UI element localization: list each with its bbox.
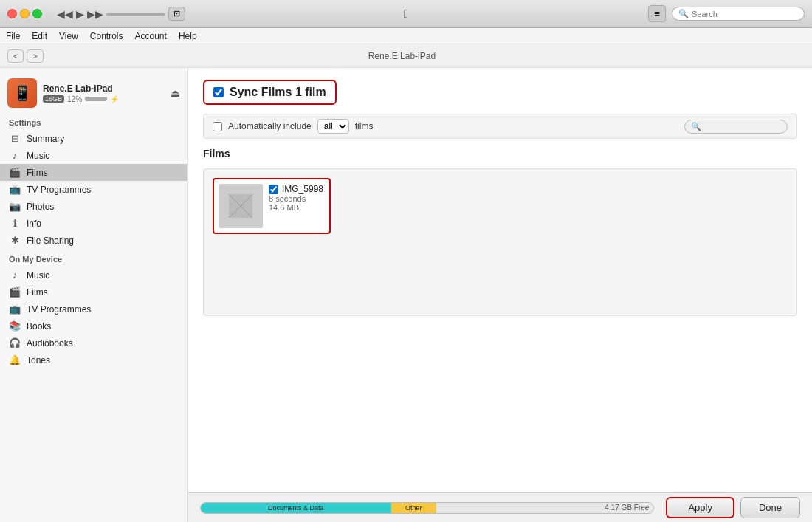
storage-bar-mini [85,97,107,101]
sidebar: 📱 Rene.E Lab-iPad 16GB 12% ⚡ ⏏ Settings … [0,68,188,522]
settings-section-label: Settings [0,112,187,130]
films-grid: IMG_5998 8 seconds 14.6 MB [203,168,797,316]
film-thumbnail [219,184,263,228]
storage-badge: 16GB [43,95,64,103]
menu-help[interactable]: Help [179,31,197,41]
auto-include-select[interactable]: all [317,119,349,134]
films-section-label: Films [203,148,797,159]
maximize-button[interactable] [32,9,42,18]
main-layout: 📱 Rene.E Lab-iPad 16GB 12% ⚡ ⏏ Settings … [0,68,812,522]
storage-free-segment: 4.17 GB Free [436,503,653,513]
auto-include-checkbox[interactable] [213,122,222,131]
forward-button[interactable]: > [27,49,43,63]
close-button[interactable] [7,9,17,18]
sidebar-item-tv[interactable]: 📺 TV Programmes [0,181,187,198]
film-details: IMG_5998 8 seconds 14.6 MB [269,184,325,212]
window-controls: ◀◀ ▶ ▶▶ ⊡ [7,7,185,21]
device-header: 📱 Rene.E Lab-iPad 16GB 12% ⚡ ⏏ [0,74,187,112]
sidebar-item-label-filesharing: File Sharing [27,236,74,246]
sidebar-item-books[interactable]: 📚 Books [0,317,187,334]
device-name: Rene.E Lab-iPad [368,51,436,61]
sidebar-item-photos[interactable]: 📷 Photos [0,198,187,215]
books-icon: 📚 [9,320,21,332]
menu-account[interactable]: Account [135,31,167,41]
device-title-bar: < > Rene.E Lab-iPad [0,44,812,68]
title-bar: ◀◀ ▶ ▶▶ ⊡  ≡ 🔍 [0,0,812,28]
sidebar-item-summary[interactable]: ⊟ Summary [0,130,187,147]
sidebar-item-label-tones: Tones [27,355,50,365]
films2-icon: 🎬 [9,286,21,298]
sidebar-item-label-info: Info [27,219,41,229]
sidebar-item-tones[interactable]: 🔔 Tones [0,351,187,368]
films-search-input[interactable] [704,122,781,131]
storage-other-segment: Other [391,503,436,513]
bottom-bar: Documents & Data Other 4.17 GB Free Appl… [188,492,812,522]
sidebar-item-label-music2: Music [27,270,49,281]
tv-icon: 📺 [9,184,21,195]
menu-controls[interactable]: Controls [90,31,123,41]
sync-header: Sync Films 1 film [203,80,337,105]
fast-forward-button[interactable]: ▶▶ [87,8,103,20]
music2-icon: ♪ [9,269,21,281]
device-icon: 📱 [7,78,37,108]
film-thumbnail-icon [226,191,255,221]
sidebar-item-tv2[interactable]: 📺 TV Programmes [0,301,187,317]
summary-icon: ⊟ [9,133,21,144]
auto-include-label: Automatically include [228,121,312,131]
docs-label: Documents & Data [268,504,324,512]
sidebar-item-label-audiobooks: Audiobooks [27,338,73,348]
nav-arrows: < > [7,49,44,63]
films-search-bar: 🔍 [684,120,788,134]
sync-checkbox[interactable] [213,87,224,97]
sidebar-item-label-books: Books [27,321,51,332]
film-size: 14.6 MB [269,203,325,212]
sidebar-item-films[interactable]: 🎬 Films [0,164,187,181]
charge-icon: ⚡ [110,95,119,103]
tv2-icon: 📺 [9,303,21,315]
menu-edit[interactable]: Edit [32,31,47,41]
search-input[interactable] [692,10,798,18]
content-area: Sync Films 1 film Automatically include … [188,68,812,522]
onmydevice-section-label: On My Device [0,249,187,267]
sync-label: Sync Films 1 film [230,86,326,99]
storage-bar: Documents & Data Other 4.17 GB Free [200,502,654,514]
sidebar-item-films2[interactable]: 🎬 Films [0,284,187,301]
action-buttons: Apply Done [666,497,800,518]
menu-file[interactable]: File [6,31,20,41]
free-space-text: 4.17 GB Free [605,504,649,512]
eject-button[interactable]: ⏏ [171,87,180,99]
sidebar-item-label-music: Music [27,151,49,161]
rewind-button[interactable]: ◀◀ [57,8,73,20]
auto-include-suffix: films [355,121,374,131]
right-controls: ≡ 🔍 [648,5,805,22]
apply-button[interactable]: Apply [666,497,734,518]
menu-bar: File Edit View Controls Account Help [0,28,812,44]
menu-view[interactable]: View [59,31,78,41]
sidebar-item-info[interactable]: ℹ Info [0,215,187,232]
sidebar-item-label-tv: TV Programmes [27,185,91,195]
sidebar-item-music2[interactable]: ♪ Music [0,267,187,284]
film-item: IMG_5998 8 seconds 14.6 MB [213,178,331,234]
airplay-button[interactable]: ⊡ [168,7,185,21]
sidebar-item-label-photos: Photos [27,202,54,212]
photos-icon: 📷 [9,201,21,212]
volume-slider[interactable] [106,13,165,16]
done-button[interactable]: Done [740,497,800,518]
film-checkbox[interactable] [269,185,278,194]
back-button[interactable]: < [7,49,24,63]
audiobooks-icon: 🎧 [9,337,21,348]
play-button[interactable]: ▶ [76,8,84,20]
sidebar-item-label-films2: Films [27,287,48,298]
sidebar-item-label-summary: Summary [27,134,64,144]
films-icon: 🎬 [9,167,21,178]
device-info: Rene.E Lab-iPad 16GB 12% ⚡ [43,83,165,103]
minimize-button[interactable] [20,9,30,18]
sidebar-item-filesharing[interactable]: ✱ File Sharing [0,232,187,249]
auto-include-row: Automatically include all films 🔍 [203,114,797,139]
info-icon: ℹ [9,218,21,229]
sidebar-item-music[interactable]: ♪ Music [0,147,187,164]
apple-logo:  [404,7,408,21]
sidebar-item-audiobooks[interactable]: 🎧 Audiobooks [0,334,187,351]
search-icon: 🔍 [678,9,689,18]
list-view-button[interactable]: ≡ [648,5,666,22]
